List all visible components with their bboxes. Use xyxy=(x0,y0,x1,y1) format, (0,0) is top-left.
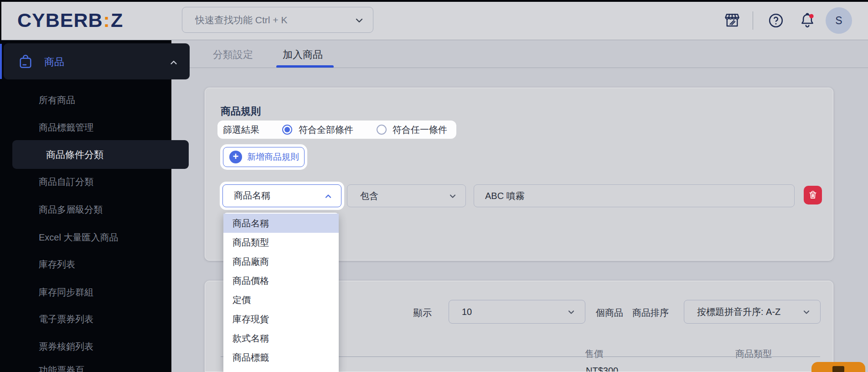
user-avatar[interactable]: S xyxy=(826,7,852,34)
tab-category-settings[interactable]: 分類設定 xyxy=(213,48,253,62)
rule-operator-select[interactable]: 包含 xyxy=(347,184,466,207)
add-rule-label: 新增商品規則 xyxy=(247,151,299,163)
sidebar-item-excel-import[interactable]: Excel 大量匯入商品 xyxy=(39,231,118,244)
sort-value: 按標題拼音升序: A-Z xyxy=(697,300,780,323)
filter-result-label: 篩選結果 xyxy=(223,121,259,139)
per-page-select[interactable]: 10 xyxy=(449,300,585,324)
column-header-type: 商品類型 xyxy=(735,348,772,360)
top-bar: CYBERB:Z S xyxy=(0,0,868,40)
option-product-price[interactable]: 商品價格 xyxy=(223,271,339,290)
option-product-type[interactable]: 商品類型 xyxy=(223,233,339,252)
storefront-icon[interactable] xyxy=(724,12,740,29)
sidebar-item-custom-category[interactable]: 商品自訂分類 xyxy=(39,175,93,188)
sidebar-item-cutoff[interactable]: 功能票券頁 xyxy=(39,364,84,372)
left-edge-bar xyxy=(0,0,1,41)
help-icon[interactable] xyxy=(768,12,784,29)
sidebar: 商品 所有商品 商品標籤管理 商品條件分類 商品自訂分類 商品多層級分類 Exc… xyxy=(0,40,171,372)
chat-widget-logo xyxy=(832,366,844,372)
sidebar-item-inventory-list[interactable]: 庫存列表 xyxy=(39,258,75,271)
chevron-down-icon xyxy=(802,308,811,319)
logo-text-2: Z xyxy=(111,9,123,31)
active-section-accent xyxy=(0,44,2,79)
delete-rule-button[interactable] xyxy=(804,186,822,204)
option-variant-name[interactable]: 款式名稱 xyxy=(223,329,339,348)
radio-match-all[interactable] xyxy=(282,125,292,135)
sidebar-item-tag-management[interactable]: 商品標籤管理 xyxy=(39,121,93,134)
rule-value-field xyxy=(474,184,795,207)
top-edge-bar xyxy=(0,0,868,2)
per-page-value: 10 xyxy=(462,300,472,323)
chevron-down-icon xyxy=(567,308,576,319)
option-product-name[interactable]: 商品名稱 xyxy=(223,214,339,233)
filter-result-row: 篩選結果 符合全部條件 符合任一條件 xyxy=(217,121,456,139)
sort-select[interactable]: 按標題拼音升序: A-Z xyxy=(684,300,821,324)
table-row-price: NT$300 xyxy=(586,366,618,372)
main-content: 分類設定 加入商品 商品規則 篩選結果 符合全部條件 符合任一條件 + 新增商品… xyxy=(171,40,868,372)
sort-label: 商品排序 xyxy=(632,307,669,319)
tabs-divider xyxy=(171,68,868,68)
sidebar-item-all-products[interactable]: 所有商品 xyxy=(39,94,75,106)
logo-separator: : xyxy=(103,9,111,31)
bell-icon[interactable] xyxy=(799,11,815,28)
search-input[interactable] xyxy=(195,7,346,32)
trash-icon xyxy=(808,190,818,200)
tab-add-products[interactable]: 加入商品 xyxy=(283,48,323,62)
active-item-label: 商品條件分類 xyxy=(46,140,103,169)
quick-search[interactable] xyxy=(182,7,373,33)
chevron-up-icon[interactable] xyxy=(169,58,179,69)
option-product-tag[interactable]: 商品標籤 xyxy=(223,348,339,367)
field-options-dropdown: 商品名稱 商品類型 商品廠商 商品價格 定價 庫存現貨 款式名稱 商品標籤 xyxy=(223,213,339,372)
card-title: 商品規則 xyxy=(221,105,261,118)
chevron-down-icon xyxy=(448,192,457,203)
show-label: 顯示 xyxy=(413,307,432,319)
option-list-price[interactable]: 定價 xyxy=(223,290,339,309)
unit-label: 個商品 xyxy=(596,307,623,319)
chat-widget-button[interactable] xyxy=(811,362,865,372)
sidebar-item-ticket-redeem-list[interactable]: 票券核銷列表 xyxy=(39,340,93,353)
rule-value-input[interactable] xyxy=(485,185,781,207)
radio-match-any-label[interactable]: 符合任一條件 xyxy=(393,121,447,139)
cyberbiz-logo: CYBERB:Z xyxy=(17,9,123,31)
sidebar-item-eticket-list[interactable]: 電子票券列表 xyxy=(39,313,93,325)
sidebar-section-label: 商品 xyxy=(44,55,64,69)
rule-operator-value: 包含 xyxy=(360,185,378,207)
rule-field-select[interactable]: 商品名稱 xyxy=(222,184,341,207)
column-header-price: 售價 xyxy=(585,348,603,360)
header-divider xyxy=(753,11,753,30)
rule-field-value: 商品名稱 xyxy=(234,185,270,206)
option-product-vendor[interactable]: 商品廠商 xyxy=(223,252,339,271)
chevron-down-icon[interactable] xyxy=(354,15,365,28)
radio-match-any[interactable] xyxy=(377,125,387,135)
sidebar-item-multilevel-category[interactable]: 商品多層級分類 xyxy=(39,203,103,216)
plus-icon: + xyxy=(229,151,242,163)
chevron-up-icon xyxy=(324,192,333,203)
option-inventory-stock[interactable]: 庫存現貨 xyxy=(223,309,339,329)
shopping-bag-icon xyxy=(17,53,34,72)
sidebar-item-condition-category[interactable]: 商品條件分類 xyxy=(12,140,189,169)
sidebar-section-products[interactable]: 商品 xyxy=(4,43,190,79)
sidebar-item-inventory-sync-group[interactable]: 庫存同步群組 xyxy=(39,286,93,299)
add-rule-button[interactable]: + 新增商品規則 xyxy=(223,147,305,167)
logo-text: CYBERB xyxy=(17,9,103,31)
radio-match-all-label[interactable]: 符合全部條件 xyxy=(299,121,353,139)
